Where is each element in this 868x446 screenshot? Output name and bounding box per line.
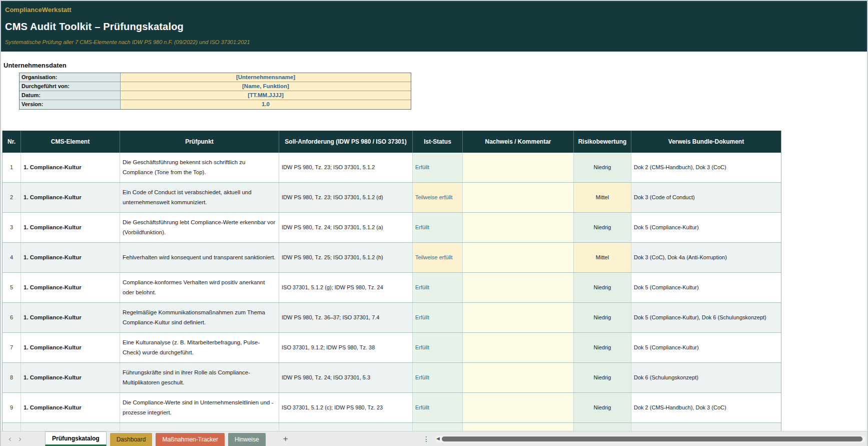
pruefpunkt-cell[interactable]: Compliance-konformes Verhalten wird posi…: [120, 273, 279, 302]
soll-anforderung-cell[interactable]: ISO 37301, 5.1.2 (c); IDW PS 980, Tz. 23: [279, 393, 413, 422]
prev-sheet-icon[interactable]: ‹: [5, 434, 15, 443]
risikobewertung-cell[interactable]: Niedrig: [574, 273, 631, 302]
cms-element-cell[interactable]: 1. Compliance-Kultur: [21, 243, 120, 272]
nachweis-kommentar-cell[interactable]: [463, 153, 574, 182]
nachweis-kommentar-cell[interactable]: [463, 243, 574, 272]
row-number-cell[interactable]: 1: [3, 153, 21, 182]
verweis-bundle-cell[interactable]: Dok 2 (CMS-Handbuch), Dok 3 (CoC): [631, 153, 781, 182]
ist-status-cell[interactable]: Erfüllt: [413, 303, 463, 332]
risikobewertung-cell[interactable]: Niedrig: [574, 333, 631, 362]
row-number-cell[interactable]: 8: [3, 363, 21, 392]
sheet-tab-dashboard[interactable]: Dashboard: [110, 433, 153, 446]
scrollbar-left-arrow-icon[interactable]: ◀: [436, 436, 440, 441]
row-number-cell[interactable]: 2: [3, 183, 21, 212]
ist-status-cell[interactable]: Erfüllt: [413, 153, 463, 182]
row-number-cell[interactable]: [3, 423, 21, 431]
company-row: Durchgeführt von:[Name, Funktion]: [20, 82, 411, 91]
row-number-cell[interactable]: 4: [3, 243, 21, 272]
soll-anforderung-cell[interactable]: IDW PS 980, Tz. 36–37; ISO 37301, 7.4: [279, 303, 413, 332]
risikobewertung-cell[interactable]: Niedrig: [574, 393, 631, 422]
risikobewertung-cell[interactable]: Niedrig: [574, 213, 631, 242]
risikobewertung-cell[interactable]: Mittel: [574, 183, 631, 212]
company-field-value[interactable]: [Unternehmensname]: [121, 73, 411, 82]
add-sheet-icon[interactable]: +: [283, 434, 288, 444]
pruefpunkt-cell[interactable]: Regelmäßige Kommunikationsmaßnahmen zum …: [120, 303, 279, 332]
row-number-cell[interactable]: 7: [3, 333, 21, 362]
verweis-bundle-cell[interactable]: Dok 5 (Compliance-Kultur): [631, 273, 781, 302]
verweis-bundle-cell[interactable]: Dok 6 (Schulungskonzept): [631, 363, 781, 392]
company-field-value[interactable]: 1.0: [121, 100, 411, 109]
nachweis-kommentar-cell[interactable]: [463, 183, 574, 212]
sheet-tab-ma-nahmen-tracker[interactable]: Maßnahmen-Tracker: [156, 433, 225, 446]
verweis-bundle-cell[interactable]: [631, 423, 781, 431]
cms-element-cell[interactable]: 1. Compliance-Kultur: [21, 273, 120, 302]
company-field-value[interactable]: [Name, Funktion]: [121, 82, 411, 91]
verweis-bundle-cell[interactable]: Dok 5 (Compliance-Kultur): [631, 333, 781, 362]
company-field-value[interactable]: [TT.MM.JJJJ]: [121, 91, 411, 100]
ist-status-cell[interactable]: Erfüllt: [413, 333, 463, 362]
verweis-bundle-cell[interactable]: Dok 3 (Code of Conduct): [631, 183, 781, 212]
nachweis-kommentar-cell[interactable]: [463, 363, 574, 392]
risikobewertung-cell[interactable]: [574, 423, 631, 431]
risikobewertung-cell[interactable]: Mittel: [574, 243, 631, 272]
pruefpunkt-cell[interactable]: Die Compliance-Werte sind in Unternehmen…: [120, 393, 279, 422]
pruefpunkt-cell[interactable]: Die Geschäftsführung bekennt sich schrif…: [120, 153, 279, 182]
ist-status-cell[interactable]: Erfüllt: [413, 363, 463, 392]
cms-element-cell[interactable]: [21, 423, 120, 431]
nachweis-kommentar-cell[interactable]: [463, 393, 574, 422]
pruefpunkt-cell[interactable]: Führungskräfte sind in ihrer Rolle als C…: [120, 363, 279, 392]
drag-handle-icon[interactable]: ⋮: [423, 435, 430, 443]
pruefpunkt-cell[interactable]: Die Geschäftsführung lebt Compliance-Wer…: [120, 213, 279, 242]
nachweis-kommentar-cell[interactable]: [463, 303, 574, 332]
row-number-cell[interactable]: 5: [3, 273, 21, 302]
verweis-bundle-cell[interactable]: Dok 2 (CMS-Handbuch), Dok 3 (CoC): [631, 393, 781, 422]
verweis-bundle-cell[interactable]: Dok 3 (CoC), Dok 4a (Anti-Korruption): [631, 243, 781, 272]
sheet-tab-hinweise[interactable]: Hinweise: [228, 433, 266, 446]
ist-status-cell[interactable]: [413, 423, 463, 431]
risikobewertung-cell[interactable]: Niedrig: [574, 363, 631, 392]
cms-element-cell[interactable]: 1. Compliance-Kultur: [21, 363, 120, 392]
nachweis-kommentar-cell[interactable]: [463, 333, 574, 362]
column-header: CMS-Element: [21, 131, 120, 153]
row-number-cell[interactable]: 9: [3, 393, 21, 422]
sheet-tab-pr-fungskatalog[interactable]: Prüfungskatalog: [45, 431, 107, 446]
cms-element-cell[interactable]: 1. Compliance-Kultur: [21, 393, 120, 422]
ist-status-cell[interactable]: Erfüllt: [413, 273, 463, 302]
company-row: Version:1.0: [20, 100, 411, 109]
verweis-bundle-cell[interactable]: Dok 5 (Compliance-Kultur): [631, 213, 781, 242]
horizontal-scrollbar-thumb[interactable]: [442, 436, 862, 441]
row-number-cell[interactable]: 3: [3, 213, 21, 242]
nachweis-kommentar-cell[interactable]: [463, 423, 574, 431]
pruefpunkt-cell[interactable]: Eine Kulturanalyse (z. B. Mitarbeiterbef…: [120, 333, 279, 362]
ist-status-cell[interactable]: Erfüllt: [413, 393, 463, 422]
pruefpunkt-cell[interactable]: [120, 423, 279, 431]
soll-anforderung-cell[interactable]: ISO 37301, 9.1.2; IDW PS 980, Tz. 38: [279, 333, 413, 362]
soll-anforderung-cell[interactable]: IDW PS 980, Tz. 25; ISO 37301, 5.1.2 (h): [279, 243, 413, 272]
ist-status-cell[interactable]: Teilweise erfüllt: [413, 243, 463, 272]
risikobewertung-cell[interactable]: Niedrig: [574, 303, 631, 332]
horizontal-scrollbar[interactable]: ◀: [435, 435, 865, 442]
pruefpunkt-cell[interactable]: Ein Code of Conduct ist verabschiedet, a…: [120, 183, 279, 212]
cms-element-cell[interactable]: 1. Compliance-Kultur: [21, 303, 120, 332]
soll-anforderung-cell[interactable]: ISO 37301, 5.1.2 (g); IDW PS 980, Tz. 24: [279, 273, 413, 302]
pruefpunkt-cell[interactable]: Fehlverhalten wird konsequent und transp…: [120, 243, 279, 272]
ist-status-cell[interactable]: Teilweise erfüllt: [413, 183, 463, 212]
company-field-label: Durchgeführt von:: [20, 82, 121, 91]
soll-anforderung-cell[interactable]: IDW PS 980, Tz. 23; ISO 37301, 5.1.2 (d): [279, 183, 413, 212]
cms-element-cell[interactable]: 1. Compliance-Kultur: [21, 213, 120, 242]
nachweis-kommentar-cell[interactable]: [463, 213, 574, 242]
soll-anforderung-cell[interactable]: [279, 423, 413, 431]
cms-element-cell[interactable]: 1. Compliance-Kultur: [21, 183, 120, 212]
cms-element-cell[interactable]: 1. Compliance-Kultur: [21, 153, 120, 182]
ist-status-cell[interactable]: Erfüllt: [413, 213, 463, 242]
next-sheet-icon[interactable]: ›: [15, 434, 25, 443]
risikobewertung-cell[interactable]: Niedrig: [574, 153, 631, 182]
row-number-cell[interactable]: 6: [3, 303, 21, 332]
cms-element-cell[interactable]: 1. Compliance-Kultur: [21, 333, 120, 362]
verweis-bundle-cell[interactable]: Dok 5 (Compliance-Kultur), Dok 6 (Schulu…: [631, 303, 781, 332]
soll-anforderung-cell[interactable]: IDW PS 980, Tz. 23; ISO 37301, 5.1.2: [279, 153, 413, 182]
nachweis-kommentar-cell[interactable]: [463, 273, 574, 302]
soll-anforderung-cell[interactable]: IDW PS 980, Tz. 24; ISO 37301, 5.1.2 (a): [279, 213, 413, 242]
audit-table: Nr.CMS-ElementPrüfpunktSoll-Anforderung …: [2, 131, 781, 431]
soll-anforderung-cell[interactable]: IDW PS 980, Tz. 24; ISO 37301, 5.3: [279, 363, 413, 392]
